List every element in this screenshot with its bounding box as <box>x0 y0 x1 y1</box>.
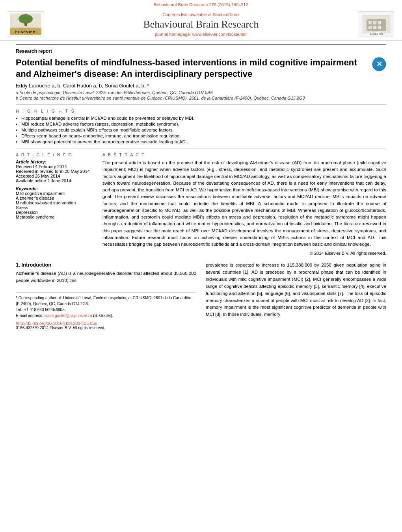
svg-rect-10 <box>373 21 376 24</box>
svg-rect-2 <box>24 22 27 26</box>
introduction-section: 1. Introduction Alzheimer's disease (AD)… <box>16 262 386 330</box>
article-title-row: Potential benefits of mindfulness-based … <box>16 57 386 80</box>
divider-after-highlights <box>16 148 386 148</box>
journal-title: Behavioural Brain Research <box>51 19 351 30</box>
affiliation-b: b Centre de recherche de l'Institut univ… <box>16 96 386 100</box>
issn-line: 0166-4328/© 2014 Elsevier B.V. All right… <box>16 326 196 330</box>
svg-rect-11 <box>378 21 381 24</box>
keyword-3: Mindfulness-based intervention <box>16 200 95 205</box>
svg-rect-12 <box>368 26 372 29</box>
right-logo-svg: ELSEVIER <box>361 13 392 35</box>
intro-right-col: prevalence is expected to increase to 11… <box>206 262 386 330</box>
elsevier-logo-svg: ELSEVIER <box>10 13 41 35</box>
abstract-header: A B S T R A C T <box>102 152 386 157</box>
publisher-logo-right: ELSEVIER <box>351 11 394 37</box>
svg-text:✕: ✕ <box>376 60 382 68</box>
article-info-header: A R T I C L E I N F O <box>16 152 95 157</box>
highlights-list: Hippocampal damage is central in MCI/AD … <box>16 116 386 144</box>
abstract-col: A B S T R A C T The present article is b… <box>102 152 386 256</box>
keyword-5: Depression <box>16 210 95 215</box>
journal-homepage: journal homepage: www.elsevier.com/locat… <box>51 32 351 37</box>
contents-available: Contents lists available at ScienceDirec… <box>51 12 351 17</box>
svg-rect-13 <box>373 26 376 29</box>
article-history: Article history: Received 4 February 201… <box>16 159 95 183</box>
highlight-item: MBI reduce MCI/AD adverse factors (stres… <box>16 122 386 126</box>
intro-heading: 1. Introduction <box>16 262 196 268</box>
article-title: Potential benefits of mindfulness-based … <box>16 57 368 80</box>
keywords-label: Keywords: <box>16 186 95 191</box>
footnote-area: * Corresponding author at: Université La… <box>16 292 196 319</box>
highlight-item: Hippocampal damage is central in MCI/AD … <box>16 116 386 120</box>
revised-date: Received in revised form 20 May 2014 <box>16 169 95 174</box>
journal-header-center: Contents lists available at ScienceDirec… <box>51 12 351 37</box>
page: Behavioural Brain Research 276 (2015) 19… <box>0 0 402 334</box>
keyword-4: Stress <box>16 205 95 210</box>
abstract-text: The present article is based on the prem… <box>102 159 386 248</box>
authors: Eddy Larouche a, b, Carol Hudon a, b, So… <box>16 83 386 89</box>
highlight-item: Effects seem based on neuro- endocrine, … <box>16 133 386 138</box>
intro-left-col: 1. Introduction Alzheimer's disease (AD)… <box>16 262 196 330</box>
highlight-item: MBI show great potential to prevent the … <box>16 139 386 144</box>
journal-reference: Behavioural Brain Research 276 (2015) 19… <box>0 0 402 8</box>
keyword-1: Mild cognitive impairment <box>16 191 95 196</box>
keywords-section: Keywords: Mild cognitive impairment Alzh… <box>16 186 95 219</box>
svg-text:ELSEVIER: ELSEVIER <box>15 30 36 34</box>
corresponding-author-note: * Corresponding author at: Université La… <box>16 295 196 307</box>
section-type-label: Research report <box>16 44 386 54</box>
intro-body-right: prevalence is expected to increase to 11… <box>206 262 386 318</box>
doi-link[interactable]: http://dx.doi.org/10.1016/j.bbr.2014.05.… <box>16 321 196 326</box>
tel-note: Tel.: +1 418 663 5000x6805. <box>16 307 196 313</box>
elsevier-logo-area: ELSEVIER <box>8 11 51 37</box>
history-label: Article history: <box>16 159 95 164</box>
elsevier-logo-box: ELSEVIER <box>8 11 43 37</box>
svg-text:ELSEVIER: ELSEVIER <box>370 32 383 35</box>
divider-after-affiliations <box>16 104 386 105</box>
svg-rect-8 <box>367 19 386 31</box>
keyword-2: Alzheimer's disease <box>16 196 95 200</box>
journal-header: ELSEVIER Contents lists available at Sci… <box>0 8 402 41</box>
received-date: Received 4 February 2014 <box>16 164 95 169</box>
highlight-item: Multiple pathways could explain MBI's ef… <box>16 128 386 132</box>
accepted-date: Accepted 26 May 2014 <box>16 174 95 178</box>
copyright-notice: © 2014 Elsevier B.V. All rights reserved… <box>102 251 386 256</box>
article-info-col: A R T I C L E I N F O Article history: R… <box>16 152 95 256</box>
available-date: Available online 2 June 2014 <box>16 178 95 183</box>
intro-body-left: Alzheimer's disease (AD) is a neurodegen… <box>16 270 196 284</box>
svg-rect-14 <box>378 26 381 29</box>
crossmark-logo[interactable]: ✕ <box>372 57 386 71</box>
main-content: Research report Potential benefits of mi… <box>0 41 402 334</box>
email-note: E-mail address: sonia.goulet@psy.ulaval.… <box>16 313 196 319</box>
right-logo-box: ELSEVIER <box>359 11 394 37</box>
keyword-6: Metabolic syndrome <box>16 215 95 219</box>
affiliation-a: a École de psychologie, Université Laval… <box>16 90 386 95</box>
svg-rect-9 <box>368 21 372 24</box>
article-info-abstract-row: A R T I C L E I N F O Article history: R… <box>16 152 386 256</box>
highlights-header: H I G H L I G H T S <box>16 109 386 113</box>
